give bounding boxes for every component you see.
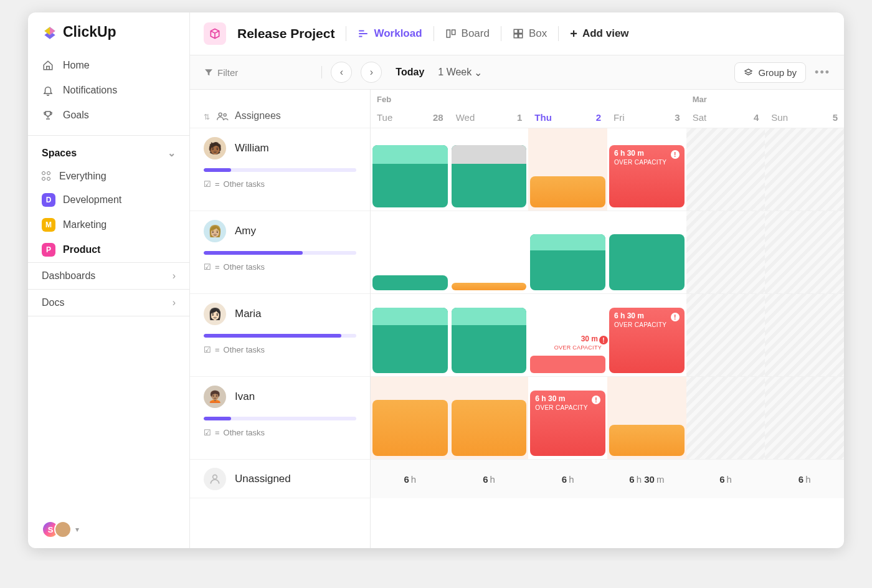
svg-point-8 [213, 475, 217, 479]
workload-block-over[interactable]: 6 h 30 mOVER CAPACITY! [609, 145, 685, 207]
cell[interactable] [450, 377, 529, 459]
assignee-row[interactable]: 🧑🏽‍🦱 Ivan ☑=Other tasks [190, 377, 370, 460]
day-header[interactable]: Wed1 [450, 90, 529, 128]
workload-block[interactable] [452, 308, 527, 373]
space-development[interactable]: D Development [28, 187, 189, 212]
cell[interactable] [528, 211, 607, 293]
assignee-header[interactable]: ⇅ Assignees [190, 90, 370, 128]
group-by-button[interactable]: Group by [734, 62, 806, 83]
prev-button[interactable]: ‹ [331, 62, 352, 83]
cell[interactable] [450, 294, 529, 376]
range-label: 1 Week [438, 67, 472, 78]
filter-button[interactable]: Filter [204, 67, 238, 78]
nav-home[interactable]: Home [28, 53, 189, 78]
range-dropdown[interactable]: 1 Week ⌄ [438, 67, 482, 78]
day-header[interactable]: FebTue28 [371, 90, 450, 128]
cell[interactable]: 6 h 30 mOVER CAPACITY! [607, 294, 686, 376]
calendar-row [371, 211, 844, 294]
workload-block-over[interactable]: 6 h 30 mOVER CAPACITY! [530, 391, 605, 456]
assignee-row[interactable]: 👩🏻 Maria ☑=Other tasks [190, 294, 370, 377]
tab-label: Board [462, 27, 490, 40]
day-header[interactable]: Fri3 [607, 90, 686, 128]
cell[interactable] [371, 128, 450, 211]
other-tasks-toggle[interactable]: ☑=Other tasks [204, 345, 356, 354]
cell[interactable]: 30 mOVER CAPACITY! [528, 294, 607, 376]
day-header-today[interactable]: Thu2 [528, 90, 607, 128]
workload-block[interactable] [609, 425, 685, 456]
workload-block[interactable] [372, 400, 448, 456]
cell[interactable] [371, 377, 450, 459]
workload-block[interactable] [609, 234, 685, 290]
nav-notifications[interactable]: Notifications [28, 78, 189, 103]
workload-block[interactable] [452, 283, 527, 290]
workload-block[interactable] [372, 145, 448, 207]
cell-weekend [686, 377, 765, 459]
day-header[interactable]: Sun5 [765, 90, 844, 128]
checklist-icon: ☑ [204, 428, 211, 437]
trophy-icon [42, 109, 54, 121]
workload-block[interactable] [452, 145, 527, 207]
spaces-header[interactable]: Spaces ⌄ [28, 140, 189, 165]
other-tasks-toggle[interactable]: ☑=Other tasks [204, 262, 356, 272]
sidebar-dashboards[interactable]: Dashboards › [28, 262, 189, 289]
tab-workload[interactable]: Workload [358, 27, 422, 40]
workload-block[interactable] [452, 400, 527, 456]
cell[interactable] [607, 377, 686, 459]
unassigned-icon [204, 468, 226, 490]
cell[interactable] [528, 128, 607, 211]
other-tasks-toggle[interactable]: ☑=Other tasks [204, 428, 356, 437]
svg-rect-4 [514, 34, 518, 38]
footer-cell: 6h [528, 460, 607, 498]
nav-goals[interactable]: Goals [28, 103, 189, 128]
svg-rect-3 [519, 29, 523, 33]
other-tasks-toggle[interactable]: ☑=Other tasks [204, 179, 356, 189]
assignee-row-unassigned[interactable]: Unassigned [190, 460, 370, 498]
space-product[interactable]: P Product [28, 237, 189, 262]
tab-board[interactable]: Board [445, 27, 490, 40]
cell[interactable]: 6 h 30 mOVER CAPACITY! [528, 377, 607, 459]
cell[interactable]: 6 h 30 mOVER CAPACITY! [607, 128, 686, 211]
space-marketing[interactable]: M Marketing [28, 212, 189, 237]
nav-label: Goals [63, 110, 89, 121]
workload-block[interactable] [372, 308, 448, 373]
board-icon [445, 28, 457, 39]
cell[interactable] [371, 211, 450, 293]
svg-rect-2 [514, 29, 518, 33]
tab-box[interactable]: Box [513, 27, 547, 40]
cell[interactable] [450, 128, 529, 211]
more-button[interactable]: ••• [815, 66, 830, 79]
space-label: Marketing [63, 219, 107, 230]
footer-cell: 6h [686, 460, 765, 498]
assignees-label: Assignees [235, 110, 281, 121]
workspace-switcher[interactable]: S ▾ [28, 511, 189, 548]
unassigned-label: Unassigned [235, 473, 291, 485]
box-icon [513, 28, 524, 39]
today-button[interactable]: Today [396, 67, 424, 78]
next-button[interactable]: › [361, 62, 382, 83]
chevron-down-icon: ⌄ [168, 147, 176, 159]
cell[interactable] [371, 294, 450, 376]
calendar-columns: FebTue28 Wed1 Thu2 Fri3 MarSat4 Sun5 6 h… [371, 90, 844, 548]
sidebar-everything[interactable]: Everything [28, 165, 189, 187]
docs-label: Docs [42, 297, 64, 308]
chevron-right-icon: › [173, 270, 176, 282]
workload-block[interactable] [372, 275, 448, 290]
assignee-row[interactable]: 👩🏼 Amy ☑=Other tasks [190, 211, 370, 294]
filter-icon [204, 67, 214, 77]
cell[interactable] [450, 211, 529, 293]
chevron-down-icon: ⌄ [474, 67, 482, 78]
workload-block[interactable] [530, 234, 605, 290]
sidebar-docs[interactable]: Docs › [28, 289, 189, 316]
spaces-label: Spaces [42, 148, 77, 159]
nav-section: Home Notifications Goals [28, 49, 189, 131]
group-by-label: Group by [758, 67, 797, 78]
logo[interactable]: ClickUp [28, 12, 189, 49]
assignee-row[interactable]: 🧑🏾 William ☑=Other tasks [190, 128, 370, 211]
day-header[interactable]: MarSat4 [686, 90, 765, 128]
workload-block-over[interactable]: 6 h 30 mOVER CAPACITY! [609, 308, 685, 373]
cell[interactable] [607, 211, 686, 293]
workload-block[interactable] [530, 176, 605, 207]
add-view-button[interactable]: + Add view [570, 27, 628, 41]
space-letter-icon: D [42, 193, 55, 207]
workload-block-over[interactable]: 30 mOVER CAPACITY! [530, 356, 605, 373]
